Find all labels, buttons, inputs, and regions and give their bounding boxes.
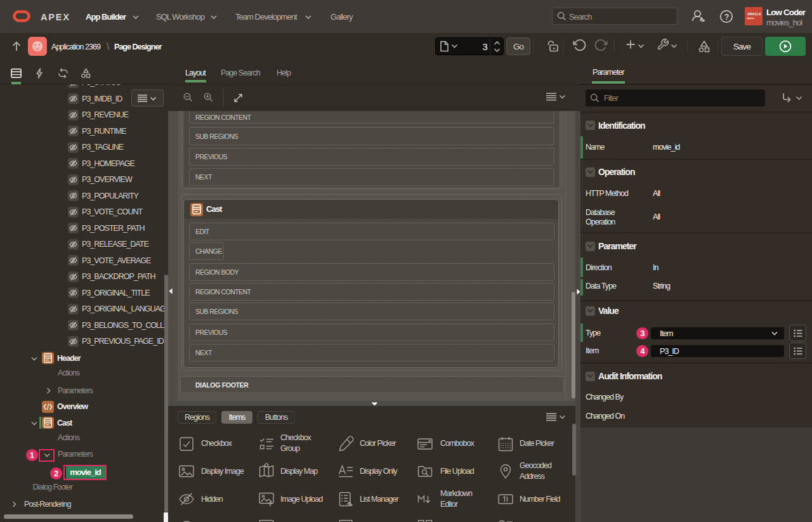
svg-text:?: ? <box>724 13 729 22</box>
